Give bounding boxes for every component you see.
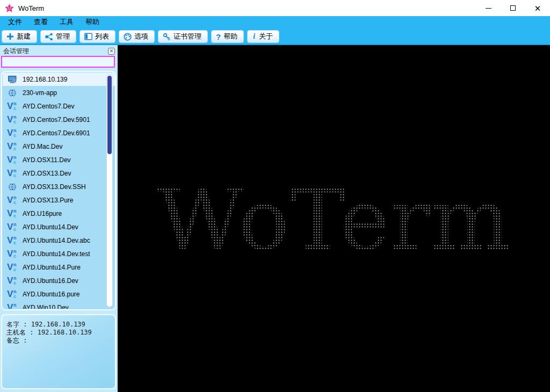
vnc-icon: V n c bbox=[7, 236, 18, 245]
session-row[interactable]: V n c AYD.U16pure bbox=[3, 207, 115, 220]
session-name: AYD.OSX13.Dev bbox=[23, 170, 71, 177]
session-row[interactable]: V n c AYD.OSX13.Pure bbox=[3, 193, 115, 207]
toolbar: 新建 管理 列表 bbox=[0, 28, 550, 45]
session-row[interactable]: V n c AYD.Ubuntu14.Pure bbox=[3, 260, 115, 274]
session-name: AYD.Mac.Dev bbox=[23, 143, 62, 150]
session-row[interactable]: V n c AYD.OSX11.Dev bbox=[3, 153, 115, 166]
session-name: AYD.Ubuntu14.Dev.abc bbox=[23, 237, 90, 244]
session-name: AYD.Centos7.Dev.6901 bbox=[23, 129, 90, 137]
session-row[interactable]: V n c AYD.Ubuntu14.Dev.test bbox=[3, 247, 115, 260]
minimize-button[interactable] bbox=[476, 0, 501, 16]
help-button[interactable]: ? 帮助 bbox=[211, 30, 244, 43]
session-row[interactable]: V n c AYD.Mac.Dev bbox=[3, 140, 115, 153]
close-icon: ✕ bbox=[534, 4, 541, 12]
vnc-icon: V n c bbox=[7, 155, 18, 165]
session-row[interactable]: V n c AYD.Ubuntu16.Dev bbox=[3, 274, 115, 287]
session-row[interactable]: V n c AYD.Win10.Dev bbox=[3, 301, 115, 309]
vnc-icon: V n c bbox=[7, 222, 18, 232]
panel-icon bbox=[84, 33, 92, 40]
menu-file[interactable]: 文件 bbox=[2, 16, 28, 28]
vnc-icon: V n c bbox=[7, 128, 18, 138]
app-window: WoTerm ✕ 文件 查看 工具 帮助 新建 bbox=[0, 0, 550, 392]
share-icon bbox=[45, 33, 53, 41]
window-title: WoTerm bbox=[18, 4, 44, 12]
menu-tools[interactable]: 工具 bbox=[54, 16, 79, 28]
session-name: AYD.Ubuntu16.Dev bbox=[23, 277, 78, 285]
session-row[interactable]: V n c AYD.Centos7.Dev.5901 bbox=[3, 113, 115, 126]
ascii-art-logo: WoTerm bbox=[157, 177, 511, 262]
vnc-icon: V n c bbox=[7, 195, 18, 205]
rdp-icon bbox=[7, 75, 18, 84]
vnc-icon: V n c bbox=[7, 142, 18, 151]
session-name: AYD.Ubuntu14.Dev.test bbox=[23, 250, 90, 258]
manage-button[interactable]: 管理 bbox=[40, 30, 76, 43]
sidebar-title: 会话管理 bbox=[3, 47, 29, 56]
scrollbar-track[interactable] bbox=[106, 74, 113, 307]
title-bar: WoTerm ✕ bbox=[0, 0, 550, 16]
session-name: 192.168.10.139 bbox=[23, 76, 67, 83]
search-box bbox=[1, 56, 115, 68]
maximize-icon bbox=[510, 5, 516, 11]
vnc-icon: V n c bbox=[7, 303, 18, 309]
vnc-icon: V n c bbox=[7, 169, 18, 178]
session-name: AYD.Centos7.Dev.5901 bbox=[23, 116, 90, 124]
new-session-button[interactable]: 新建 bbox=[2, 30, 37, 43]
detail-line: 备忘 : bbox=[6, 337, 111, 345]
session-row[interactable]: V n c AYD.Ubuntu14.Dev bbox=[3, 220, 115, 234]
globe-icon bbox=[7, 182, 18, 192]
globe-icon bbox=[7, 88, 18, 98]
detail-line: 主机名 : 192.168.10.139 bbox=[6, 329, 111, 337]
session-name: AYD.U16pure bbox=[23, 210, 62, 217]
vnc-icon: V n c bbox=[7, 101, 18, 111]
plus-icon bbox=[6, 33, 14, 40]
vnc-icon: V n c bbox=[7, 115, 18, 125]
session-details-panel: 名字 : 192.168.10.139主机名 : 192.168.10.139备… bbox=[1, 314, 116, 389]
vnc-icon: V n c bbox=[7, 249, 18, 259]
session-row[interactable]: V n c AYD.Centos7.Dev bbox=[3, 99, 115, 113]
session-name: AYD.Centos7.Dev bbox=[23, 103, 75, 110]
session-name: AYD.OSX13.Pure bbox=[23, 197, 74, 204]
vnc-icon: V n c bbox=[7, 263, 18, 272]
menu-view[interactable]: 查看 bbox=[28, 16, 54, 28]
about-button[interactable]: i 关于 bbox=[247, 30, 279, 43]
session-name: 230-vm-app bbox=[23, 89, 57, 97]
session-row[interactable]: 230-vm-app bbox=[3, 86, 115, 99]
menu-help[interactable]: 帮助 bbox=[79, 16, 105, 28]
menu-bar: 文件 查看 工具 帮助 bbox=[0, 16, 550, 28]
list-button[interactable]: 列表 bbox=[79, 30, 115, 43]
vnc-icon: V n c bbox=[7, 289, 18, 299]
scrollbar-thumb[interactable] bbox=[107, 76, 112, 154]
minimize-icon bbox=[486, 8, 491, 9]
app-star-icon bbox=[4, 3, 15, 13]
detail-line: 名字 : 192.168.10.139 bbox=[6, 321, 111, 329]
session-name: AYD.OSX13.Dev.SSH bbox=[23, 183, 86, 191]
key-icon bbox=[163, 33, 171, 41]
close-button[interactable]: ✕ bbox=[525, 0, 550, 16]
session-list-panel: 192.168.10.139 230-vm-app V n c AYD.Cent… bbox=[1, 71, 116, 310]
session-name: AYD.Ubuntu14.Dev bbox=[23, 223, 78, 231]
session-row[interactable]: 192.168.10.139 bbox=[3, 72, 115, 86]
session-name: AYD.Win10.Dev bbox=[23, 304, 69, 309]
vnc-icon: V n c bbox=[7, 276, 18, 286]
session-row[interactable]: V n c AYD.OSX13.Dev bbox=[3, 166, 115, 180]
session-sidebar: 会话管理 ✕ 192.168.10.139 230-vm-app bbox=[0, 45, 118, 392]
sidebar-close-icon[interactable]: ✕ bbox=[108, 48, 115, 55]
maximize-button[interactable] bbox=[501, 0, 525, 16]
certificate-button[interactable]: 证书管理 bbox=[158, 30, 208, 43]
sidebar-header: 会话管理 ✕ bbox=[0, 45, 118, 56]
session-row[interactable]: V n c AYD.Ubuntu14.Dev.abc bbox=[3, 234, 115, 247]
info-icon: i bbox=[252, 32, 256, 41]
session-row[interactable]: V n c AYD.Ubuntu16.pure bbox=[3, 287, 115, 301]
vnc-icon: V n c bbox=[7, 209, 18, 219]
session-name: AYD.Ubuntu14.Pure bbox=[23, 264, 81, 271]
session-row[interactable]: V n c AYD.Centos7.Dev.6901 bbox=[3, 126, 115, 140]
session-row[interactable]: AYD.OSX13.Dev.SSH bbox=[3, 180, 115, 193]
window-controls: ✕ bbox=[476, 0, 550, 16]
terminal-area[interactable]: WoTerm bbox=[118, 45, 550, 392]
options-button[interactable]: 选项 bbox=[119, 30, 155, 43]
session-name: AYD.Ubuntu16.pure bbox=[23, 291, 80, 298]
session-list: 192.168.10.139 230-vm-app V n c AYD.Cent… bbox=[3, 72, 115, 309]
session-name: AYD.OSX11.Dev bbox=[23, 156, 71, 164]
question-icon: ? bbox=[216, 32, 221, 41]
search-input[interactable] bbox=[2, 57, 114, 67]
